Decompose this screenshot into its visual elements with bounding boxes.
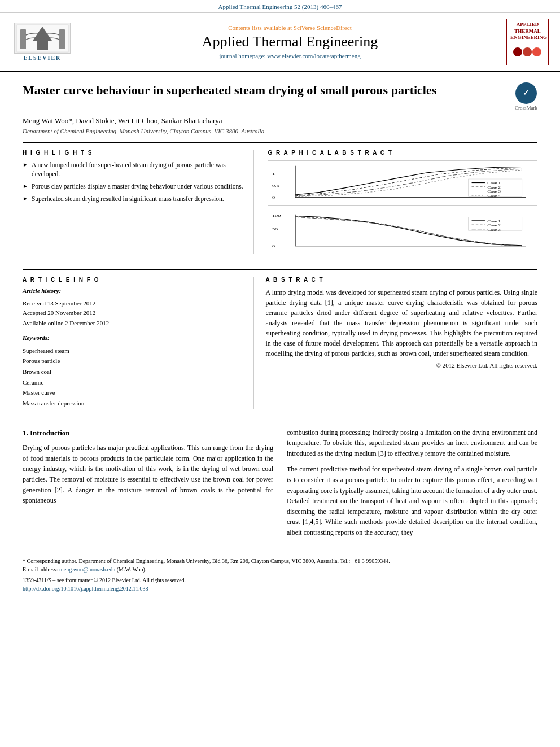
corresponding-author-footnote: * Corresponding author. Department of Ch… <box>23 557 537 574</box>
svg-text:Case 1: Case 1 <box>488 219 501 223</box>
svg-point-6 <box>532 47 541 56</box>
journal-box-logo: APPLIED THERMAL ENGINEERING <box>506 19 549 65</box>
article-info-abstract-section: A R T I C L E I N F O Article history: R… <box>23 269 537 416</box>
svg-text:Case 3: Case 3 <box>488 228 501 231</box>
svg-text:50: 50 <box>272 226 278 231</box>
journal-title: Applied Thermal Engineering <box>79 33 501 50</box>
crossmark-badge[interactable]: ✓ CrossMark <box>515 82 537 111</box>
body-para-3: The current predictive method for superh… <box>287 464 537 538</box>
accepted-date: Accepted 20 November 2012 <box>23 308 244 318</box>
svg-text:1: 1 <box>272 171 275 176</box>
svg-text:100: 100 <box>272 213 281 218</box>
keyword-6: Mass transfer depression <box>23 398 244 409</box>
abstract-text: A lump drying model was developed for su… <box>265 287 537 359</box>
affiliation: Department of Chemical Engineering, Mona… <box>23 128 537 134</box>
crossmark-label: CrossMark <box>515 105 537 111</box>
journal-reference: Applied Thermal Engineering 52 (2013) 46… <box>0 0 560 13</box>
graphical-abstract-heading: G R A P H I C A L A B S T R A C T <box>268 150 537 156</box>
svg-text:Case 2: Case 2 <box>488 185 501 189</box>
abstract-column: A B S T R A C T A lump drying model was … <box>265 277 537 409</box>
body-columns: 1. Introduction Drying of porous particl… <box>23 427 537 544</box>
svg-text:Case 4: Case 4 <box>488 194 501 198</box>
received-date: Received 13 September 2012 <box>23 299 244 309</box>
svg-text:0.5: 0.5 <box>272 184 279 188</box>
applied-thermal-box: APPLIED THERMAL ENGINEERING <box>506 19 549 65</box>
crossmark-icon: ✓ <box>515 82 537 104</box>
journal-center: Contents lists available at SciVerse Sci… <box>79 24 501 59</box>
history-label: Article history: <box>23 287 244 296</box>
svg-point-4 <box>513 47 522 56</box>
journal-homepage[interactable]: journal homepage: www.elsevier.com/locat… <box>79 53 501 59</box>
email-link[interactable]: meng.woo@monash.edu <box>59 566 115 573</box>
svg-text:Case 1: Case 1 <box>488 181 501 185</box>
issn-line: 1359-4311/$ – see front matter © 2012 El… <box>23 576 537 584</box>
body-para-1: Drying of porous particles has major pra… <box>23 443 273 506</box>
section-1-title: 1. Introduction <box>23 427 273 439</box>
svg-rect-1 <box>20 29 26 49</box>
svg-text:Case 3: Case 3 <box>488 190 501 194</box>
keyword-1: Superheated steam <box>23 346 244 356</box>
keyword-2: Porous particle <box>23 356 244 366</box>
highlight-item-3: ► Superheated steam drying resulted in s… <box>23 194 244 203</box>
article-info-column: A R T I C L E I N F O Article history: R… <box>23 277 254 409</box>
chart-top: 0 0.5 1 Case 1 Case 2 <box>268 160 537 206</box>
elsevier-logo: ELSEVIER <box>11 23 73 61</box>
main-content: Master curve behaviour in superheated st… <box>0 72 560 604</box>
highlights-graphical-section: H I G H L I G H T S ► A new lumped model… <box>23 142 537 261</box>
body-column-right: combustion during processing; indirectly… <box>287 427 537 544</box>
highlights-heading: H I G H L I G H T S <box>23 150 244 156</box>
body-para-2: combustion during processing; indirectly… <box>287 427 537 459</box>
svg-text:Case 2: Case 2 <box>488 224 501 228</box>
elsevier-tree-logo <box>14 23 71 54</box>
keyword-5: Master curve <box>23 387 244 398</box>
elsevier-text: ELSEVIER <box>24 55 62 61</box>
keywords-label: Keywords: <box>23 334 244 343</box>
abstract-heading: A B S T R A C T <box>265 277 537 283</box>
chart-bottom: 0 50 100 Case 1 Case 2 <box>268 209 537 254</box>
journal-header: ELSEVIER Contents lists available at Sci… <box>0 13 560 72</box>
keywords-section: Keywords: Superheated steam Porous parti… <box>23 334 244 409</box>
keyword-4: Ceramic <box>23 377 244 388</box>
footnote-area: * Corresponding author. Department of Ch… <box>23 553 537 593</box>
authors: Meng Wai Woo*, David Stokie, Wei Lit Cho… <box>23 116 537 125</box>
svg-rect-3 <box>59 29 65 49</box>
available-online-date: Available online 2 December 2012 <box>23 318 244 329</box>
highlights-column: H I G H L I G H T S ► A new lumped model… <box>23 150 254 254</box>
abstract-copyright: © 2012 Elsevier Ltd. All rights reserved… <box>265 362 537 369</box>
svg-text:0: 0 <box>272 195 275 200</box>
article-history: Article history: Received 13 September 2… <box>23 287 244 329</box>
graphical-abstract-column: G R A P H I C A L A B S T R A C T 0 0.5 … <box>265 150 537 254</box>
sciverse-link[interactable]: Contents lists available at SciVerse Sci… <box>79 24 501 31</box>
article-info-heading: A R T I C L E I N F O <box>23 277 244 283</box>
svg-point-5 <box>523 47 532 56</box>
arrow-icon-1: ► <box>23 161 28 178</box>
graphical-charts: 0 0.5 1 Case 1 Case 2 <box>268 160 537 254</box>
highlight-item-2: ► Porous clay particles display a master… <box>23 182 244 191</box>
arrow-icon-3: ► <box>23 195 28 203</box>
article-title: Master curve behaviour in superheated st… <box>23 82 436 99</box>
highlight-item-1: ► A new lumped model for super-heated st… <box>23 160 244 178</box>
arrow-icon-2: ► <box>23 182 28 191</box>
article-title-section: Master curve behaviour in superheated st… <box>23 82 537 111</box>
body-column-left: 1. Introduction Drying of porous particl… <box>23 427 273 544</box>
keyword-3: Brown coal <box>23 366 244 377</box>
svg-text:0: 0 <box>272 244 275 248</box>
doi-link[interactable]: http://dx.doi.org/10.1016/j.applthermale… <box>23 584 537 593</box>
